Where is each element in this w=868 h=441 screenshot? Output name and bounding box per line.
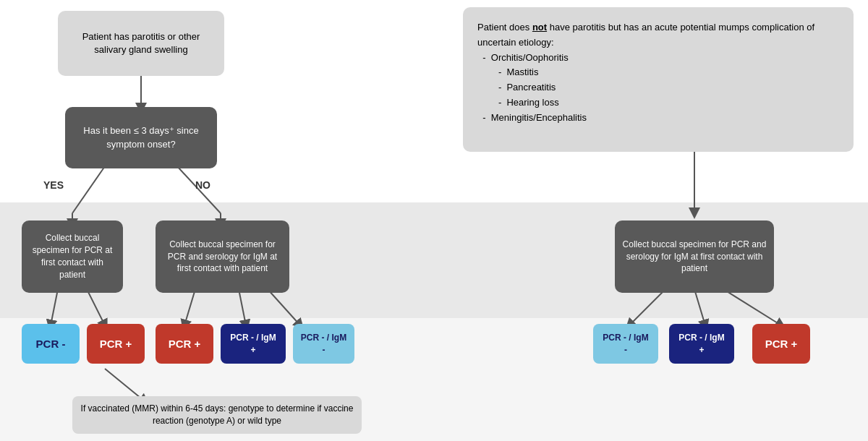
collect-buccal-pcr-igm-right-box: Collect buccal specimen for PCR and sero… bbox=[615, 220, 774, 293]
patient-no-parotitis-box: Patient does not have parotitis but has … bbox=[463, 7, 854, 152]
vaccinated-note-box: If vaccinated (MMR) within 6-45 days: ge… bbox=[72, 396, 362, 434]
pcr-pos-right-text: PCR + bbox=[765, 336, 798, 351]
days-question-box: Has it been ≤ 3 days⁺ since symptom onse… bbox=[65, 107, 217, 168]
vaccinated-note-text: If vaccinated (MMR) within 6-45 days: ge… bbox=[80, 403, 354, 427]
patient-parotitis-text: Patient has parotitis or other salivary … bbox=[65, 30, 217, 56]
collect-buccal-pcr-igm-mid-box: Collect buccal specimen for PCR and sero… bbox=[156, 220, 289, 293]
pcr-pos-right-box: PCR + bbox=[752, 324, 810, 364]
pcr-neg-igm-pos-right-box: PCR - / IgM + bbox=[669, 324, 734, 364]
diagram: Patient has parotitis or other salivary … bbox=[0, 0, 868, 441]
pcr-pos-left-box: PCR + bbox=[87, 324, 145, 364]
collect-buccal-pcr-text: Collect buccal specimen for PCR at first… bbox=[29, 232, 116, 281]
pcr-neg-left-text: PCR - bbox=[36, 336, 66, 351]
pcr-neg-igm-neg-text: PCR - / IgM - bbox=[300, 332, 347, 356]
pcr-neg-left-box: PCR - bbox=[22, 324, 80, 364]
pcr-pos-left-text: PCR + bbox=[100, 336, 132, 351]
pcr-pos-mid-text: PCR + bbox=[169, 336, 201, 351]
patient-no-parotitis-text: Patient does not have parotitis but has … bbox=[477, 20, 839, 126]
pcr-neg-igm-pos-text: PCR - / IgM + bbox=[228, 332, 278, 356]
pcr-neg-igm-pos-box: PCR - / IgM + bbox=[221, 324, 286, 364]
no-label: NO bbox=[195, 179, 210, 191]
days-question-text: Has it been ≤ 3 days⁺ since symptom onse… bbox=[72, 124, 210, 150]
pcr-neg-igm-pos-right-text: PCR - / IgM + bbox=[676, 332, 727, 356]
pcr-pos-mid-box: PCR + bbox=[156, 324, 213, 364]
collect-buccal-pcr-igm-right-text: Collect buccal specimen for PCR and sero… bbox=[622, 239, 767, 275]
pcr-neg-igm-neg-right-text: PCR - / IgM - bbox=[600, 332, 651, 356]
collect-buccal-pcr-box: Collect buccal specimen for PCR at first… bbox=[22, 220, 123, 293]
pcr-neg-igm-neg-right-box: PCR - / IgM - bbox=[593, 324, 658, 364]
yes-label: YES bbox=[43, 179, 64, 191]
pcr-neg-igm-neg-box: PCR - / IgM - bbox=[293, 324, 354, 364]
collect-buccal-pcr-igm-mid-text: Collect buccal specimen for PCR and sero… bbox=[163, 239, 282, 275]
patient-parotitis-box: Patient has parotitis or other salivary … bbox=[58, 11, 224, 76]
